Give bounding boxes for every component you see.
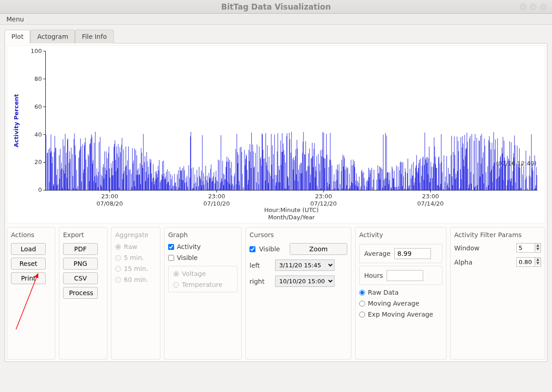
svg-text:Month/Day/Year: Month/Day/Year xyxy=(268,214,315,221)
export-process-button[interactable]: Process xyxy=(63,287,98,299)
filter-window-down[interactable]: ▼ xyxy=(535,247,541,251)
svg-text:Hour:Minute (UTC): Hour:Minute (UTC) xyxy=(264,207,318,213)
cursor-right-select[interactable]: 10/10/20 15:00 xyxy=(275,275,334,287)
svg-text:60: 60 xyxy=(34,103,42,110)
panel-aggregate-title: Aggregate xyxy=(115,231,156,238)
filter-window-spinner[interactable]: ▲▼ xyxy=(516,243,541,253)
activity-exp-label: Exp Moving Average xyxy=(368,311,433,318)
print-button[interactable]: Print xyxy=(11,272,46,284)
tab-actogram-label: Actogram xyxy=(37,33,68,40)
svg-text:07/08/20: 07/08/20 xyxy=(96,200,123,207)
graph-activity-checkbox[interactable] xyxy=(168,244,174,250)
export-png-button[interactable]: PNG xyxy=(63,258,98,270)
svg-text:100: 100 xyxy=(31,48,42,54)
panel-export: Export PDF PNG CSV Process xyxy=(59,227,107,360)
graph-visible-label: Visible xyxy=(177,254,198,261)
svg-text:07/10/20: 07/10/20 xyxy=(203,200,230,207)
svg-text:80: 80 xyxy=(34,75,42,82)
panel-filter-title: Activity Filter Params xyxy=(454,231,541,238)
load-button[interactable]: Load xyxy=(11,243,46,255)
aggregate-5min-label: 5 min. xyxy=(124,254,144,261)
control-panels: Actions Load Reset Print Export PDF PNG … xyxy=(7,227,545,360)
aggregate-15min-radio xyxy=(115,266,121,272)
zoom-button[interactable]: Zoom xyxy=(290,243,347,255)
cursor-right-label: right xyxy=(249,278,271,285)
activity-moving-label: Moving Average xyxy=(368,300,419,307)
activity-hours-field[interactable] xyxy=(387,270,423,281)
panel-activity-title: Activity xyxy=(359,231,442,238)
filter-alpha-down[interactable]: ▼ xyxy=(535,261,541,265)
svg-text:40: 40 xyxy=(34,131,42,138)
filter-alpha-label: Alpha xyxy=(454,259,513,266)
aggregate-60min-label: 60 min. xyxy=(124,276,148,283)
filter-alpha-spinner[interactable]: ▲▼ xyxy=(516,257,541,267)
tab-bar: Plot Actogram File Info xyxy=(5,29,547,43)
panel-cursors-title: Cursors xyxy=(249,231,347,238)
svg-text:Activity Percent: Activity Percent xyxy=(13,94,20,148)
filter-window-input[interactable] xyxy=(516,243,535,253)
cursor-left-label: left xyxy=(249,262,271,269)
svg-text:23:00: 23:00 xyxy=(208,193,225,200)
panel-graph: Graph Activity Visible Voltage Temperatu… xyxy=(164,227,242,360)
graph-temperature-radio xyxy=(173,282,179,288)
svg-text:23:00: 23:00 xyxy=(101,193,118,200)
panel-actions: Actions Load Reset Print xyxy=(7,227,55,360)
aggregate-raw-radio xyxy=(115,244,121,250)
export-pdf-button[interactable]: PDF xyxy=(63,243,98,255)
filter-window-up[interactable]: ▲ xyxy=(535,244,541,247)
activity-raw-label: Raw Data xyxy=(368,289,398,296)
activity-moving-radio[interactable] xyxy=(359,301,365,307)
activity-raw-radio[interactable] xyxy=(359,290,365,296)
activity-hours-group: Hours xyxy=(359,266,442,285)
aggregate-60min-radio xyxy=(115,277,121,283)
minimize-button[interactable] xyxy=(520,4,526,10)
window-controls xyxy=(520,4,547,10)
svg-text:07/12/20: 07/12/20 xyxy=(310,200,337,207)
cursor-visible-label: Visible xyxy=(259,245,286,253)
chart-svg: 02040608010023:0007/08/2023:0007/10/2023… xyxy=(7,46,545,223)
aggregate-15min-label: 15 min. xyxy=(124,265,148,272)
svg-text:0: 0 xyxy=(38,186,42,193)
tab-panel-plot: 02040608010023:0007/08/2023:0007/10/2023… xyxy=(5,43,547,362)
cursor-left-select[interactable]: 3/11/20 15:45 xyxy=(275,260,334,271)
panel-cursors: Cursors Visible Zoom left 3/11/20 15:45 … xyxy=(245,227,351,360)
close-button[interactable] xyxy=(540,4,547,10)
svg-text:23:00: 23:00 xyxy=(315,193,332,200)
filter-window-label: Window xyxy=(454,244,513,252)
aggregate-5min-radio xyxy=(115,255,121,261)
svg-text:20: 20 xyxy=(34,159,42,165)
tab-plot-label: Plot xyxy=(11,33,23,40)
cursor-visible-checkbox[interactable] xyxy=(249,246,255,252)
graph-voltage-radio xyxy=(173,271,179,277)
aggregate-raw-label: Raw xyxy=(124,243,137,250)
svg-text:07/14/20: 07/14/20 xyxy=(417,200,444,207)
panel-actions-title: Actions xyxy=(11,231,51,238)
svg-text:23:00: 23:00 xyxy=(422,193,439,200)
filter-alpha-input[interactable] xyxy=(516,257,535,267)
menu-item-menu[interactable]: Menu xyxy=(4,15,27,24)
menubar: Menu xyxy=(0,14,552,25)
graph-visible-checkbox[interactable] xyxy=(168,255,174,261)
filter-alpha-up[interactable]: ▲ xyxy=(535,258,541,261)
activity-average-label: Average xyxy=(364,250,391,257)
activity-exp-radio[interactable] xyxy=(359,312,365,318)
export-csv-button[interactable]: CSV xyxy=(63,272,98,284)
graph-activity-label: Activity xyxy=(177,243,201,250)
activity-avg-group: Average xyxy=(359,244,442,263)
activity-chart: 02040608010023:0007/08/2023:0007/10/2023… xyxy=(7,45,545,223)
titlebar: BitTag Data Visualization xyxy=(0,0,552,14)
tab-actogram[interactable]: Actogram xyxy=(30,30,75,43)
graph-subgroup: Voltage Temperature xyxy=(168,266,238,292)
maximize-button[interactable] xyxy=(530,4,536,10)
tab-plot[interactable]: Plot xyxy=(5,30,30,43)
activity-hours-label: Hours xyxy=(364,272,383,279)
panel-graph-title: Graph xyxy=(168,231,238,238)
panel-aggregate: Aggregate Raw 5 min. 15 min. 60 min. xyxy=(111,227,160,360)
window-title: BitTag Data Visualization xyxy=(221,2,331,11)
tab-fileinfo-label: File Info xyxy=(82,33,106,40)
reset-button[interactable]: Reset xyxy=(11,258,46,270)
panel-export-title: Export xyxy=(63,231,103,238)
graph-voltage-label: Voltage xyxy=(182,270,206,277)
tab-fileinfo[interactable]: File Info xyxy=(75,30,113,43)
activity-average-field xyxy=(394,248,431,259)
